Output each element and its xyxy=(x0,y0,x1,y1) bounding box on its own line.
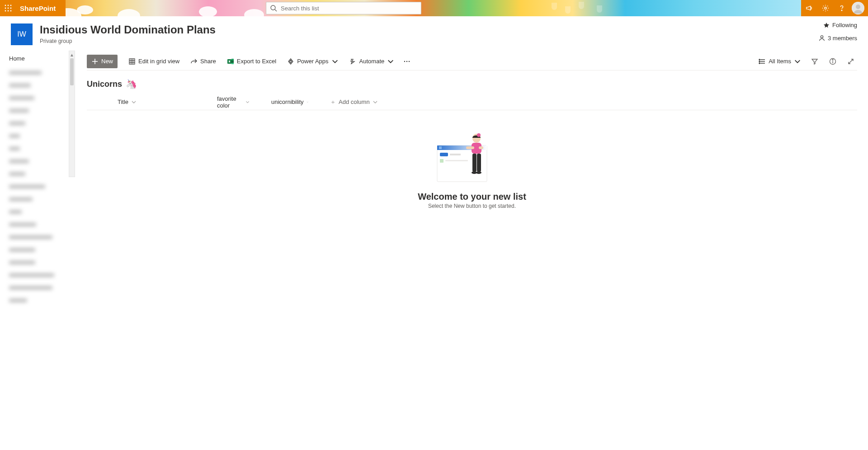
app-launcher-button[interactable] xyxy=(0,0,16,16)
column-unicornibility-label: unicornibility xyxy=(271,98,304,105)
more-actions-button[interactable] xyxy=(401,55,413,68)
svg-point-39 xyxy=(832,59,833,60)
nav-item-redacted[interactable] xyxy=(0,155,74,168)
chevron-down-icon xyxy=(245,99,250,105)
svg-point-29 xyxy=(406,61,407,61)
nav-item-redacted[interactable] xyxy=(0,206,74,218)
export-excel-button[interactable]: Export to Excel xyxy=(222,55,281,68)
svg-point-9 xyxy=(271,5,275,10)
left-navigation: Home ▲ xyxy=(0,51,74,448)
filter-button[interactable] xyxy=(808,55,821,68)
left-nav-scrollbar[interactable]: ▲ xyxy=(69,51,75,177)
new-button[interactable]: New xyxy=(87,55,118,68)
nav-item-redacted[interactable] xyxy=(0,168,74,180)
svg-rect-45 xyxy=(450,154,461,155)
nav-item-redacted[interactable] xyxy=(0,231,74,244)
megaphone-button[interactable] xyxy=(801,0,817,16)
share-button[interactable]: Share xyxy=(186,55,221,68)
nav-item-redacted[interactable] xyxy=(0,180,74,193)
search-box[interactable] xyxy=(266,2,421,14)
svg-point-3 xyxy=(5,8,6,9)
share-icon xyxy=(190,58,198,65)
members-button[interactable]: 3 members xyxy=(819,35,857,42)
info-button[interactable] xyxy=(826,55,839,68)
svg-point-11 xyxy=(825,7,827,9)
add-column-label: Add column xyxy=(339,98,370,105)
nav-item-redacted[interactable] xyxy=(0,244,74,256)
scroll-thumb[interactable] xyxy=(70,58,74,85)
add-column-button[interactable]: ＋ Add column xyxy=(319,98,389,106)
new-label: New xyxy=(101,58,113,65)
search-input[interactable] xyxy=(281,5,417,12)
chevron-down-icon xyxy=(307,99,308,105)
scroll-up-arrow[interactable]: ▲ xyxy=(69,51,75,58)
svg-point-4 xyxy=(8,8,9,9)
svg-rect-24 xyxy=(231,59,234,60)
nav-item-redacted[interactable] xyxy=(0,104,74,117)
search-icon xyxy=(270,5,277,12)
svg-point-56 xyxy=(476,171,481,174)
svg-point-0 xyxy=(5,5,6,6)
help-button[interactable] xyxy=(834,0,850,16)
nav-home[interactable]: Home xyxy=(0,51,74,66)
list-name: Unicorns xyxy=(87,80,122,89)
svg-rect-18 xyxy=(129,59,135,64)
app-name-link[interactable]: SharePoint xyxy=(16,5,59,12)
user-avatar[interactable] xyxy=(852,2,864,14)
list-emoji-icon: 🦄 xyxy=(126,79,137,89)
nav-item-redacted[interactable] xyxy=(0,269,74,281)
chevron-down-icon xyxy=(373,99,378,105)
svg-point-15 xyxy=(821,36,823,38)
members-label: 3 members xyxy=(828,35,857,42)
empty-state: Welcome to your new list Select the New … xyxy=(87,110,857,448)
nav-item-redacted[interactable] xyxy=(0,117,74,130)
suite-background xyxy=(0,0,868,16)
svg-point-6 xyxy=(5,10,6,12)
svg-rect-44 xyxy=(440,153,448,156)
nav-item-redacted[interactable] xyxy=(0,281,74,294)
svg-point-12 xyxy=(841,10,842,10)
column-favorite-color[interactable]: favorite color xyxy=(206,95,260,109)
svg-point-49 xyxy=(477,133,481,137)
svg-point-34 xyxy=(759,59,760,60)
chevron-down-icon xyxy=(331,58,339,65)
column-title[interactable]: Title xyxy=(107,98,206,105)
svg-point-1 xyxy=(8,5,9,6)
share-label: Share xyxy=(200,58,216,65)
nav-item-redacted[interactable] xyxy=(0,130,74,142)
grid-icon xyxy=(128,58,136,65)
chevron-down-icon xyxy=(387,58,394,65)
nav-item-redacted[interactable] xyxy=(0,79,74,92)
expand-icon xyxy=(847,58,854,65)
site-title[interactable]: Insidious World Domination Plans xyxy=(40,23,216,36)
nav-item-redacted[interactable] xyxy=(0,218,74,231)
star-filled-icon xyxy=(823,22,830,28)
avatar-icon xyxy=(852,2,864,14)
plus-icon: ＋ xyxy=(330,98,336,106)
column-unicornibility[interactable]: unicornibility xyxy=(260,98,319,105)
nav-item-redacted[interactable] xyxy=(0,256,74,269)
nav-item-redacted[interactable] xyxy=(0,92,74,104)
edit-grid-label: Edit in grid view xyxy=(138,58,179,65)
filter-icon xyxy=(811,58,818,65)
site-logo[interactable]: IW xyxy=(11,23,33,45)
nav-item-redacted[interactable] xyxy=(0,193,74,206)
site-header: IW Insidious World Domination Plans Priv… xyxy=(0,16,868,51)
svg-rect-51 xyxy=(466,146,474,149)
power-apps-button[interactable]: Power Apps xyxy=(283,55,343,68)
command-bar: New Edit in grid view Share Export to Ex… xyxy=(87,52,857,70)
empty-illustration xyxy=(434,133,510,187)
follow-toggle[interactable]: Following xyxy=(823,22,857,28)
edit-in-grid-button[interactable]: Edit in grid view xyxy=(124,55,184,68)
nav-item-redacted[interactable] xyxy=(0,142,74,155)
column-favorite-color-label: favorite color xyxy=(217,95,243,109)
nav-item-redacted[interactable] xyxy=(0,66,74,79)
view-selector[interactable]: All Items xyxy=(757,55,803,68)
settings-button[interactable] xyxy=(817,0,834,16)
automate-button[interactable]: Automate xyxy=(345,55,399,68)
help-icon xyxy=(838,4,846,12)
expand-button[interactable] xyxy=(844,55,857,68)
svg-rect-53 xyxy=(472,154,476,172)
nav-item-redacted[interactable] xyxy=(0,294,74,307)
empty-title: Welcome to your new list xyxy=(418,192,526,202)
